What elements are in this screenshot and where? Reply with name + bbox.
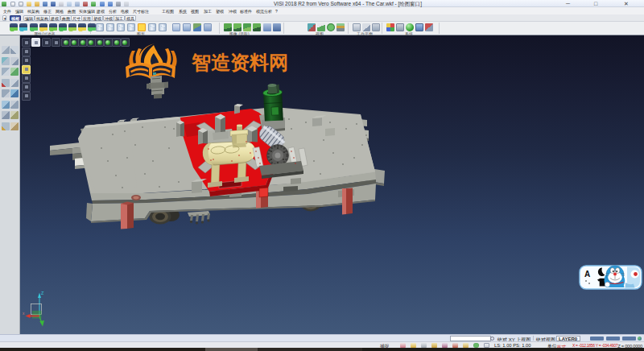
svg-text:Z: Z	[41, 291, 44, 295]
svg-text:A: A	[584, 270, 590, 279]
svg-text:x: x	[23, 312, 25, 316]
